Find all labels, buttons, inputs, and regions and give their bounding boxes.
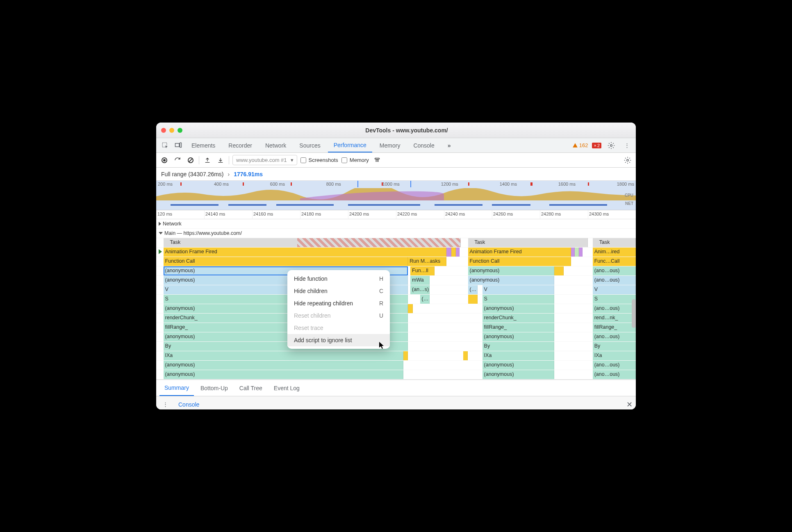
capture-settings-icon[interactable] — [623, 155, 633, 165]
zoom-window-button[interactable] — [178, 128, 182, 133]
record-button[interactable] — [159, 155, 169, 165]
overview-timeline[interactable]: 200 ms 400 ms 600 ms 800 ms 1000 ms 1200… — [156, 181, 636, 210]
inspect-icon[interactable] — [159, 140, 171, 151]
flame-by[interactable]: By — [482, 342, 555, 351]
flame-bar[interactable] — [579, 248, 583, 257]
recording-select[interactable]: www.youtube.com #1 — [232, 155, 297, 165]
tab-event-log[interactable]: Event Log — [269, 380, 305, 396]
flame-bar[interactable]: (… — [468, 285, 478, 294]
flame-anonymous[interactable]: (anonymous) — [482, 370, 555, 379]
screenshots-checkbox[interactable]: Screenshots — [300, 157, 338, 163]
tab-bottom-up[interactable]: Bottom-Up — [196, 380, 233, 396]
reload-record-button[interactable] — [173, 155, 182, 165]
screenshots-checkbox-input[interactable] — [300, 157, 306, 163]
flame-renderchunk[interactable]: renderChunk_ — [482, 314, 555, 323]
flame-bar[interactable] — [456, 248, 460, 257]
device-toolbar-icon[interactable] — [173, 140, 184, 151]
tab-network[interactable]: Network — [259, 138, 292, 152]
memory-checkbox-input[interactable] — [341, 157, 347, 163]
flame-run-microtasks[interactable]: Run M…asks — [408, 257, 446, 266]
flame-anonymous[interactable]: (ano…ous) — [593, 266, 636, 275]
close-window-button[interactable] — [161, 128, 166, 133]
flame-anonymous[interactable]: (anonymous) — [164, 361, 403, 370]
network-track-header[interactable]: Network — [156, 219, 636, 229]
cm-hide-function[interactable]: Hide function H — [287, 273, 390, 285]
flame-anonymous[interactable]: (ano…ous) — [593, 361, 636, 370]
more-menu-icon[interactable]: ⋮ — [621, 140, 633, 151]
flame-ixa[interactable]: IXa — [164, 351, 403, 360]
flame-task[interactable]: Task — [164, 238, 461, 247]
flame-bar[interactable]: mWa — [410, 276, 430, 285]
flame-anonymous[interactable]: (ano…ous) — [593, 370, 636, 379]
download-button[interactable] — [216, 155, 225, 165]
flame-task[interactable]: Task — [468, 238, 588, 247]
flame-bar[interactable]: (… — [420, 295, 430, 304]
tab-sources[interactable]: Sources — [294, 138, 326, 152]
upload-button[interactable] — [203, 155, 212, 165]
flame-animation-frame[interactable]: Animation Frame Fired — [468, 248, 571, 257]
flame-task[interactable]: Task — [593, 238, 636, 247]
tab-summary[interactable]: Summary — [159, 380, 194, 396]
flame-bar[interactable] — [451, 248, 456, 257]
tab-performance[interactable]: Performance — [328, 138, 372, 152]
tab-recorder[interactable]: Recorder — [223, 138, 258, 152]
flame-bar[interactable] — [446, 248, 451, 257]
drawer-menu-icon[interactable]: ⋮ — [159, 399, 171, 410]
memory-checkbox[interactable]: Memory — [341, 157, 369, 163]
flame-animation-frame[interactable]: Animation Frame Fired — [164, 248, 446, 257]
detail-ruler[interactable]: 120 ms 24140 ms 24160 ms 24180 ms 24200 … — [156, 210, 636, 219]
breadcrumb-full-range[interactable]: Full range (34307.26ms) — [161, 171, 224, 177]
flame-anonymous[interactable]: (anonymous) — [468, 266, 555, 275]
flame-anonymous[interactable]: (ano…ous) — [593, 332, 636, 341]
flame-anonymous[interactable]: (anonymous) — [482, 304, 555, 313]
garbage-collect-icon[interactable] — [372, 155, 382, 165]
flame-s[interactable]: S — [593, 295, 636, 304]
flame-function-call[interactable]: Func…Call — [593, 257, 636, 266]
flame-bar[interactable] — [468, 295, 478, 304]
flame-bar[interactable] — [463, 351, 468, 360]
flame-s[interactable]: S — [482, 295, 555, 304]
flame-anonymous[interactable]: (anonymous) — [164, 370, 403, 379]
breadcrumb-current[interactable]: 1776.91ms — [234, 171, 263, 177]
cm-hide-children[interactable]: Hide children C — [287, 285, 390, 297]
flame-ixa[interactable]: IXa — [482, 351, 555, 360]
settings-icon[interactable] — [605, 140, 617, 151]
flame-anonymous[interactable]: (anonymous) — [482, 361, 555, 370]
cm-add-ignore-list[interactable]: Add script to ignore list — [287, 334, 390, 346]
flame-anonymous[interactable]: (ano…ous) — [593, 276, 636, 285]
flame-anonymous[interactable]: (ano…ous) — [593, 304, 636, 313]
minimize-window-button[interactable] — [169, 128, 174, 133]
flame-function-call[interactable]: Function Call — [164, 257, 408, 266]
flame-renderchunk[interactable]: rend…nk_ — [593, 314, 636, 323]
flame-bar[interactable] — [554, 266, 564, 275]
flame-anonymous[interactable]: (anonymous) — [482, 332, 555, 341]
flame-by[interactable]: By — [593, 342, 636, 351]
flame-v[interactable]: V — [593, 285, 636, 294]
flame-animation-frame[interactable]: Anim…ired — [593, 248, 636, 257]
flame-fillrange[interactable]: fillRange_ — [593, 323, 636, 332]
warnings-badge[interactable]: 162 — [572, 142, 588, 148]
flame-chart[interactable]: Network Main — https://www.youtube.com/ … — [156, 219, 636, 380]
flame-fillrange[interactable]: fillRange_ — [482, 323, 555, 332]
tab-memory[interactable]: Memory — [374, 138, 406, 152]
scrollbar-thumb[interactable] — [632, 299, 636, 328]
drawer-console-tab[interactable]: Console — [176, 397, 202, 410]
flame-bar[interactable] — [408, 304, 413, 313]
flame-bar[interactable] — [575, 248, 578, 257]
clear-button[interactable] — [186, 155, 196, 165]
tab-call-tree[interactable]: Call Tree — [234, 380, 267, 396]
flame-bar[interactable]: Fun…ll — [410, 266, 435, 275]
flame-bar[interactable] — [403, 351, 408, 360]
flame-v[interactable]: V — [482, 285, 555, 294]
flame-anonymous[interactable]: (anonymous) — [468, 276, 555, 285]
flame-function-call[interactable]: Function Call — [468, 257, 571, 266]
cm-hide-repeating[interactable]: Hide repeating children R — [287, 297, 390, 309]
tab-elements[interactable]: Elements — [186, 138, 221, 152]
flame-bar[interactable]: (an…s) — [410, 285, 430, 294]
drawer-close-icon[interactable]: ✕ — [626, 400, 633, 409]
errors-badge[interactable]: × 2 — [592, 143, 601, 148]
flame-bar[interactable] — [571, 248, 575, 257]
more-tabs-button[interactable]: » — [442, 138, 457, 152]
tab-console[interactable]: Console — [407, 138, 440, 152]
main-track-header[interactable]: Main — https://www.youtube.com/ — [156, 229, 636, 238]
